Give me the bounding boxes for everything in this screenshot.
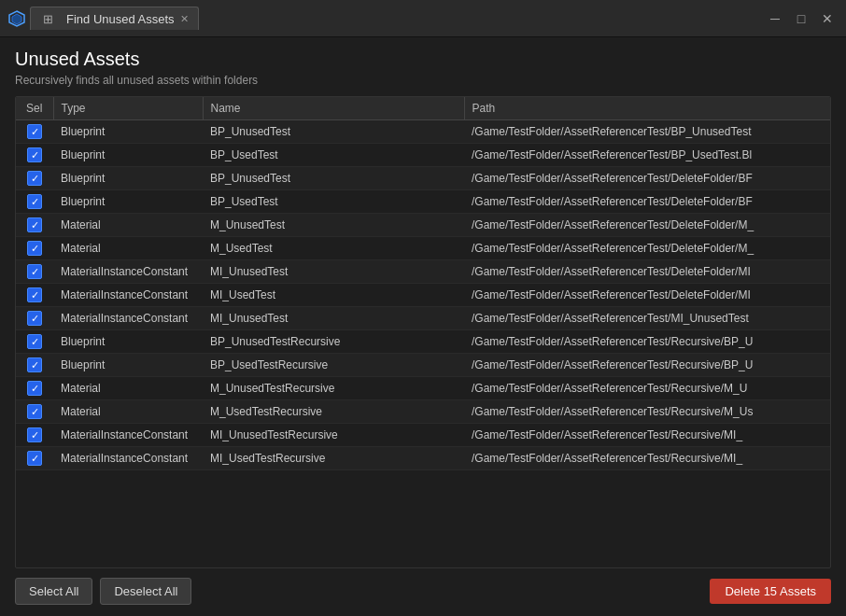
- row-checkbox-cell[interactable]: [16, 260, 53, 284]
- row-checkbox-cell[interactable]: [16, 237, 53, 260]
- table-row[interactable]: MaterialInstanceConstantMI_UsedTest/Game…: [16, 284, 830, 307]
- row-type: Material: [53, 237, 203, 260]
- assets-table: Sel Type Name Path BlueprintBP_UnusedTes…: [16, 97, 830, 470]
- row-path: /Game/TestFolder/AssetReferencerTest/Rec…: [464, 424, 830, 447]
- row-path: /Game/TestFolder/AssetReferencerTest/Rec…: [464, 377, 830, 400]
- row-type: Blueprint: [53, 167, 203, 190]
- col-path: Path: [464, 97, 830, 120]
- table-row[interactable]: MaterialM_UnusedTest/Game/TestFolder/Ass…: [16, 214, 830, 237]
- row-checkbox-cell[interactable]: [16, 400, 53, 424]
- row-path: /Game/TestFolder/AssetReferencerTest/BP_…: [464, 120, 830, 144]
- col-name: Name: [203, 97, 464, 120]
- row-type: MaterialInstanceConstant: [53, 284, 203, 307]
- row-name: BP_UsedTest: [203, 144, 464, 167]
- row-path: /Game/TestFolder/AssetReferencerTest/Del…: [464, 214, 830, 237]
- table-row[interactable]: MaterialM_UnusedTestRecursive/Game/TestF…: [16, 377, 830, 400]
- row-checkbox[interactable]: [27, 147, 42, 162]
- row-name: MI_UsedTest: [203, 284, 464, 307]
- tab-close-button[interactable]: ✕: [180, 14, 189, 24]
- row-checkbox[interactable]: [27, 241, 42, 256]
- row-path: /Game/TestFolder/AssetReferencerTest/Del…: [464, 167, 830, 190]
- table-row[interactable]: BlueprintBP_UnusedTest/Game/TestFolder/A…: [16, 120, 830, 144]
- assets-table-container[interactable]: Sel Type Name Path BlueprintBP_UnusedTes…: [15, 96, 831, 568]
- table-row[interactable]: BlueprintBP_UnusedTestRecursive/Game/Tes…: [16, 330, 830, 354]
- row-path: /Game/TestFolder/AssetReferencerTest/MI_…: [464, 307, 830, 330]
- row-checkbox[interactable]: [27, 264, 42, 279]
- select-all-button[interactable]: Select All: [15, 578, 92, 605]
- table-row[interactable]: BlueprintBP_UsedTestRecursive/Game/TestF…: [16, 354, 830, 377]
- page-subtitle: Recursively finds all unused assets with…: [15, 74, 831, 87]
- maximize-button[interactable]: □: [790, 7, 812, 30]
- row-path: /Game/TestFolder/AssetReferencerTest/Del…: [464, 237, 830, 260]
- row-checkbox-cell[interactable]: [16, 354, 53, 377]
- row-type: MaterialInstanceConstant: [53, 260, 203, 284]
- table-row[interactable]: MaterialInstanceConstantMI_UnusedTest/Ga…: [16, 307, 830, 330]
- row-name: MI_UnusedTest: [203, 260, 464, 284]
- row-type: Blueprint: [53, 120, 203, 144]
- table-row[interactable]: MaterialInstanceConstantMI_UnusedTestRec…: [16, 424, 830, 447]
- row-name: MI_UnusedTest: [203, 307, 464, 330]
- row-type: MaterialInstanceConstant: [53, 307, 203, 330]
- tab-label: Find Unused Assets: [66, 12, 175, 26]
- row-checkbox[interactable]: [27, 381, 42, 396]
- row-checkbox-cell[interactable]: [16, 284, 53, 307]
- row-path: /Game/TestFolder/AssetReferencerTest/Rec…: [464, 447, 830, 470]
- row-checkbox-cell[interactable]: [16, 447, 53, 470]
- row-path: /Game/TestFolder/AssetReferencerTest/Rec…: [464, 400, 830, 424]
- row-checkbox-cell[interactable]: [16, 424, 53, 447]
- row-path: /Game/TestFolder/AssetReferencerTest/Rec…: [464, 354, 830, 377]
- table-header: Sel Type Name Path: [16, 97, 830, 120]
- table-row[interactable]: BlueprintBP_UsedTest/Game/TestFolder/Ass…: [16, 144, 830, 167]
- row-name: BP_UnusedTest: [203, 120, 464, 144]
- row-checkbox[interactable]: [27, 451, 42, 466]
- row-name: BP_UnusedTest: [203, 167, 464, 190]
- row-checkbox[interactable]: [27, 404, 42, 419]
- row-checkbox[interactable]: [27, 311, 42, 326]
- row-name: M_UsedTestRecursive: [203, 400, 464, 424]
- row-type: Blueprint: [53, 190, 203, 214]
- row-checkbox-cell[interactable]: [16, 377, 53, 400]
- table-row[interactable]: BlueprintBP_UsedTest/Game/TestFolder/Ass…: [16, 190, 830, 214]
- row-checkbox[interactable]: [27, 194, 42, 209]
- row-name: MI_UsedTestRecursive: [203, 447, 464, 470]
- row-checkbox-cell[interactable]: [16, 190, 53, 214]
- row-name: M_UnusedTest: [203, 214, 464, 237]
- row-checkbox-cell[interactable]: [16, 144, 53, 167]
- row-type: Blueprint: [53, 330, 203, 354]
- row-checkbox-cell[interactable]: [16, 167, 53, 190]
- row-type: Material: [53, 377, 203, 400]
- table-row[interactable]: MaterialInstanceConstantMI_UnusedTest/Ga…: [16, 260, 830, 284]
- row-checkbox-cell[interactable]: [16, 214, 53, 237]
- deselect-all-button[interactable]: Deselect All: [100, 578, 191, 605]
- minimize-button[interactable]: ─: [764, 7, 786, 30]
- plugin-icon: ⊞: [40, 11, 55, 26]
- row-checkbox[interactable]: [27, 217, 42, 232]
- table-row[interactable]: MaterialM_UsedTest/Game/TestFolder/Asset…: [16, 237, 830, 260]
- delete-assets-button[interactable]: Delete 15 Assets: [710, 579, 831, 604]
- title-bar-tab[interactable]: ⊞ Find Unused Assets ✕: [30, 7, 199, 30]
- row-checkbox[interactable]: [27, 287, 42, 302]
- row-checkbox-cell[interactable]: [16, 330, 53, 354]
- row-checkbox[interactable]: [27, 171, 42, 186]
- row-path: /Game/TestFolder/AssetReferencerTest/Rec…: [464, 330, 830, 354]
- row-name: M_UsedTest: [203, 237, 464, 260]
- row-checkbox[interactable]: [27, 334, 42, 349]
- row-name: BP_UnusedTestRecursive: [203, 330, 464, 354]
- table-row[interactable]: MaterialM_UsedTestRecursive/Game/TestFol…: [16, 400, 830, 424]
- row-checkbox[interactable]: [27, 427, 42, 442]
- title-bar: ⊞ Find Unused Assets ✕ ─ □ ✕: [0, 0, 846, 37]
- row-type: Blueprint: [53, 354, 203, 377]
- row-checkbox-cell[interactable]: [16, 120, 53, 144]
- footer: Select All Deselect All Delete 15 Assets: [15, 568, 831, 609]
- table-row[interactable]: BlueprintBP_UnusedTest/Game/TestFolder/A…: [16, 167, 830, 190]
- page-title: Unused Assets: [15, 49, 831, 70]
- close-button[interactable]: ✕: [816, 7, 839, 30]
- row-type: MaterialInstanceConstant: [53, 424, 203, 447]
- window-controls: ─ □ ✕: [764, 7, 839, 30]
- table-row[interactable]: MaterialInstanceConstantMI_UsedTestRecur…: [16, 447, 830, 470]
- row-checkbox[interactable]: [27, 357, 42, 372]
- row-checkbox[interactable]: [27, 124, 42, 139]
- row-checkbox-cell[interactable]: [16, 307, 53, 330]
- row-path: /Game/TestFolder/AssetReferencerTest/Del…: [464, 260, 830, 284]
- row-type: Material: [53, 214, 203, 237]
